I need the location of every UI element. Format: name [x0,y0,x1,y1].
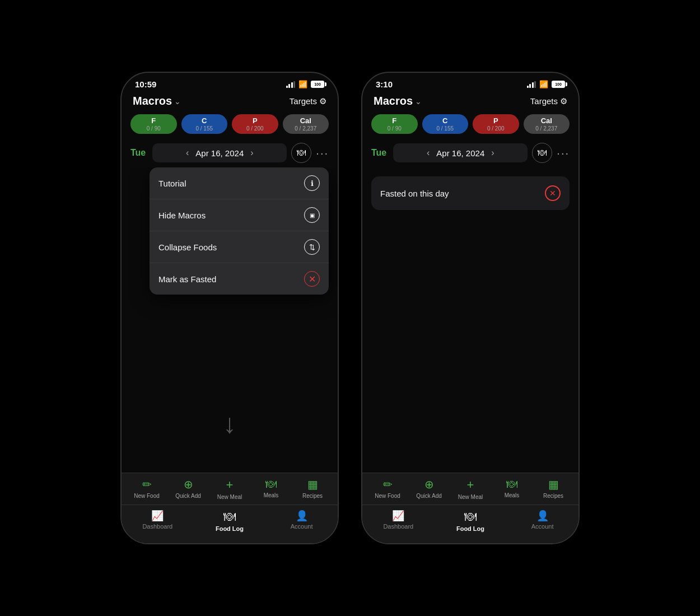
recipes-icon-1: ▦ [307,478,318,491]
date-box-2: ‹ Apr 16, 2024 › [393,143,528,162]
account-tab-icon-2: 👤 [536,510,549,522]
bottom-toolbar-1: ✏ New Food ⊕ Quick Add + New Meal 🍽 Meal… [122,473,338,543]
tab-account-1[interactable]: 👤 Account [279,510,324,532]
collapse-icon: ⇅ [304,239,320,255]
phone-2: 3:10 📶 100 Macros ⌄ Target [361,72,580,544]
dropdown-collapse-foods[interactable]: Collapse Foods ⇅ [150,231,329,263]
tab-foodlog-2[interactable]: 🍽 Food Log [448,510,493,532]
header-title-group-1[interactable]: Macros ⌄ [133,95,181,108]
wifi-icon-1: 📶 [298,80,307,88]
hide-macros-icon: ▣ [304,207,320,223]
pencil-icon-1: ✏ [142,478,152,491]
meal-plan-icon-2[interactable]: 🍽 [532,143,552,163]
pill-carb-2[interactable]: C 0 / 155 [422,114,469,134]
new-food-button-2[interactable]: ✏ New Food [371,478,404,500]
chevron-down-icon-1: ⌄ [174,97,181,106]
dropdown-tutorial[interactable]: Tutorial ℹ [150,167,329,199]
app-title-1: Macros [133,95,172,108]
info-icon: ℹ [304,175,320,191]
status-icons-2: 📶 100 [527,80,566,88]
fasted-card: Fasted on this day ✕ [371,176,570,210]
foodlog-tab-icon-2: 🍽 [464,510,477,524]
tab-dashboard-1[interactable]: 📈 Dashboard [135,510,180,532]
pill-protein-2[interactable]: P 0 / 200 [473,114,519,134]
date-nav-2: Tue ‹ Apr 16, 2024 › 🍽 ··· [362,138,578,167]
foodlog-tab-icon-1: 🍽 [223,510,236,524]
recipes-button-1[interactable]: ▦ Recipes [296,478,329,500]
dropdown-mark-fasted[interactable]: Mark as Fasted ✕ [150,263,329,295]
new-meal-button-1[interactable]: + New Meal [213,478,246,500]
targets-button-2[interactable]: Targets ⚙ [530,96,567,106]
fasted-x-icon: ✕ [304,271,320,287]
fork-knife-icon-1: 🍽 [265,478,277,491]
tab-foodlog-1[interactable]: 🍽 Food Log [207,510,252,532]
recipes-button-2[interactable]: ▦ Recipes [536,478,570,500]
meals-button-2[interactable]: 🍽 Meals [495,478,529,500]
quick-add-button-1[interactable]: ⊕ Quick Add [171,478,205,500]
dropdown-hide-macros[interactable]: Hide Macros ▣ [150,199,329,231]
date-display-1: Apr 16, 2024 [195,148,244,158]
pill-carb-1[interactable]: C 0 / 155 [181,114,228,134]
phone-1: 10:59 📶 100 Macros ⌄ Targe [120,72,339,544]
pill-cal-2[interactable]: Cal 0 / 2,237 [524,114,570,134]
new-meal-button-2[interactable]: + New Meal [454,478,487,500]
pill-cal-1[interactable]: Cal 0 / 2,237 [283,114,329,134]
macro-pills-1: F 0 / 90 C 0 / 155 P 0 / 200 Cal 0 / 2,2… [122,111,338,138]
dropdown-menu-1: Tutorial ℹ Hide Macros ▣ Collapse Foods … [150,167,329,295]
app-header-1: Macros ⌄ Targets ⚙ [122,91,338,111]
header-title-group-2[interactable]: Macros ⌄ [374,95,422,108]
prev-day-button-2[interactable]: ‹ [427,148,430,158]
bottom-toolbar-2: ✏ New Food ⊕ Quick Add + New Meal 🍽 Meal… [362,473,578,543]
down-arrow-1: ↓ [223,408,236,439]
content-area-1: Add yo Tutorial ℹ Hide Macros ▣ Collapse… [122,167,338,473]
macro-pills-2: F 0 / 90 C 0 / 155 P 0 / 200 Cal 0 / 2,2… [362,111,578,138]
pill-fat-2[interactable]: F 0 / 90 [371,114,418,134]
battery-icon-1: 100 [311,81,324,88]
signal-icon-1 [286,81,296,88]
toolbar-items-2: ✏ New Food ⊕ Quick Add + New Meal 🍽 Meal… [362,478,578,505]
plus-icon-2: + [467,478,474,492]
targets-button-1[interactable]: Targets ⚙ [290,96,326,106]
sliders-icon-1: ⚙ [319,96,326,106]
status-icons-1: 📶 100 [286,80,325,88]
status-bar-2: 3:10 📶 100 [362,73,578,91]
recipes-icon-2: ▦ [548,478,559,491]
chevron-down-icon-2: ⌄ [415,97,422,106]
plus-circle-icon-1: ⊕ [184,478,193,491]
fork-knife-icon-2: 🍽 [506,478,517,491]
app-title-2: Macros [374,95,413,108]
fasted-text: Fasted on this day [380,189,449,198]
next-day-button-1[interactable]: › [250,148,253,158]
dashboard-tab-icon-1: 📈 [151,510,164,522]
app-header-2: Macros ⌄ Targets ⚙ [362,91,578,111]
tab-account-2[interactable]: 👤 Account [520,510,565,532]
meals-button-1[interactable]: 🍽 Meals [254,478,288,500]
signal-icon-2 [527,81,536,88]
content-area-2: Fasted on this day ✕ [362,167,578,473]
more-options-button-1[interactable]: ··· [316,147,329,160]
time-1: 10:59 [135,80,156,89]
plus-circle-icon-2: ⊕ [424,478,434,491]
pencil-icon-2: ✏ [383,478,393,491]
date-box-1: ‹ Apr 16, 2024 › [152,143,287,162]
fasted-close-button[interactable]: ✕ [545,185,561,201]
pill-protein-1[interactable]: P 0 / 200 [232,114,278,134]
tab-dashboard-2[interactable]: 📈 Dashboard [376,510,421,532]
meal-plan-icon-1[interactable]: 🍽 [291,143,311,163]
sliders-icon-2: ⚙ [560,96,567,106]
prev-day-button-1[interactable]: ‹ [186,148,189,158]
pill-fat-1[interactable]: F 0 / 90 [130,114,177,134]
quick-add-button-2[interactable]: ⊕ Quick Add [412,478,446,500]
status-bar-1: 10:59 📶 100 [122,73,338,91]
battery-icon-2: 100 [552,81,565,88]
toolbar-items-1: ✏ New Food ⊕ Quick Add + New Meal 🍽 Meal… [122,478,338,505]
account-tab-icon-1: 👤 [296,510,308,522]
next-day-button-2[interactable]: › [491,148,494,158]
tab-bar-1: 📈 Dashboard 🍽 Food Log 👤 Account [122,505,338,541]
new-food-button-1[interactable]: ✏ New Food [130,478,164,500]
more-options-button-2[interactable]: ··· [557,147,570,160]
date-display-2: Apr 16, 2024 [436,148,484,158]
dashboard-tab-icon-2: 📈 [392,510,404,522]
tab-bar-2: 📈 Dashboard 🍽 Food Log 👤 Account [362,505,578,541]
day-label-1: Tue [130,148,146,158]
